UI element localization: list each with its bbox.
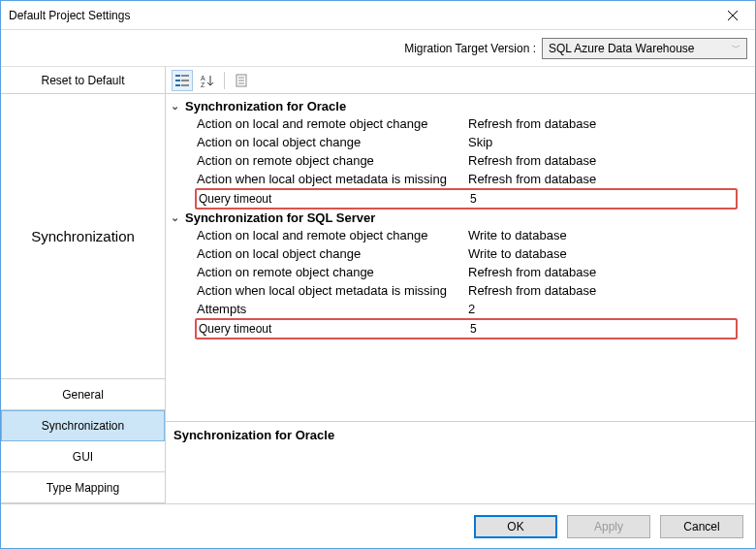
svg-rect-3 — [181, 75, 189, 77]
prop-label: Action when local object metadata is mis… — [168, 170, 468, 188]
collapse-icon: ⌄ — [168, 211, 181, 224]
migration-target-select[interactable]: SQL Azure Data Warehouse ﹀ — [542, 38, 747, 59]
categorized-icon — [175, 74, 189, 87]
ok-button[interactable]: OK — [474, 515, 557, 538]
highlight-oracle-query-timeout[interactable]: Query timeout5 — [195, 188, 738, 210]
nav-item-synchronization[interactable]: Synchronization — [1, 410, 165, 441]
prop-row[interactable]: Action on local object changeWrite to da… — [168, 244, 747, 263]
reset-to-default-button[interactable]: Reset to Default — [1, 67, 165, 94]
prop-label: Action on local and remote object change — [168, 114, 468, 133]
migration-target-value: SQL Azure Data Warehouse — [549, 42, 695, 55]
prop-label: Query timeout — [197, 190, 470, 208]
close-icon — [728, 11, 738, 20]
dialog-window: Default Project Settings Migration Targe… — [0, 0, 756, 549]
group-header-sqlserver[interactable]: ⌄ Synchronization for SQL Server — [168, 210, 747, 226]
alphabetical-button[interactable]: AZ — [197, 70, 218, 91]
body: Reset to Default Synchronization General… — [1, 67, 755, 503]
prop-value: Refresh from database — [468, 263, 747, 281]
prop-label: Query timeout — [197, 320, 470, 338]
prop-label: Action on local object change — [168, 133, 468, 151]
categorized-button[interactable] — [172, 70, 193, 91]
description-panel: Synchronization for Oracle — [166, 421, 755, 503]
window-title: Default Project Settings — [9, 9, 710, 22]
property-pages-button[interactable] — [231, 70, 252, 91]
prop-row[interactable]: Action on local and remote object change… — [168, 114, 747, 133]
property-grid-toolbar: AZ — [166, 67, 755, 94]
category-title: Synchronization — [1, 94, 165, 378]
cancel-button[interactable]: Cancel — [660, 515, 743, 538]
prop-row[interactable]: Action on local and remote object change… — [168, 226, 747, 244]
svg-rect-4 — [175, 80, 180, 81]
prop-label: Attempts — [168, 300, 468, 318]
prop-value: Write to database — [468, 244, 747, 263]
migration-target-row: Migration Target Version : SQL Azure Dat… — [1, 30, 755, 67]
prop-value: Write to database — [468, 226, 747, 244]
prop-row[interactable]: Action on remote object changeRefresh fr… — [168, 263, 747, 281]
sort-az-icon: AZ — [201, 74, 214, 87]
description-title: Synchronization for Oracle — [173, 428, 334, 442]
svg-rect-5 — [181, 80, 189, 81]
group-title: Synchronization for Oracle — [185, 99, 346, 113]
nav-item-general[interactable]: General — [1, 379, 165, 410]
nav-item-gui[interactable]: GUI — [1, 441, 165, 472]
chevron-down-icon: ﹀ — [732, 42, 740, 54]
svg-rect-2 — [175, 75, 180, 77]
svg-text:Z: Z — [201, 81, 205, 87]
group-title: Synchronization for SQL Server — [185, 210, 375, 225]
svg-rect-6 — [175, 84, 180, 86]
prop-label: Action on remote object change — [168, 263, 468, 281]
prop-value: 5 — [470, 190, 736, 208]
prop-label: Action when local object metadata is mis… — [168, 281, 468, 300]
collapse-icon: ⌄ — [168, 100, 181, 113]
pages-icon — [235, 74, 248, 87]
toolbar-divider — [224, 72, 225, 89]
close-button[interactable] — [710, 1, 755, 30]
svg-rect-7 — [181, 84, 189, 86]
dialog-footer: OK Apply Cancel — [1, 503, 755, 548]
prop-value: 2 — [468, 300, 747, 318]
svg-text:A: A — [201, 75, 205, 81]
prop-value: Refresh from database — [468, 114, 747, 133]
nav-list: General Synchronization GUI Type Mapping — [1, 378, 165, 503]
prop-label: Action on local object change — [168, 244, 468, 263]
prop-value: Refresh from database — [468, 170, 747, 188]
property-grid[interactable]: ⌄ Synchronization for Oracle Action on l… — [166, 94, 755, 421]
prop-value: 5 — [470, 320, 736, 338]
prop-value: Refresh from database — [468, 281, 747, 300]
titlebar: Default Project Settings — [1, 1, 755, 30]
prop-row[interactable]: Action when local object metadata is mis… — [168, 170, 747, 188]
prop-label: Action on local and remote object change — [168, 226, 468, 244]
migration-target-label: Migration Target Version : — [404, 42, 536, 55]
prop-row[interactable]: Action on remote object changeRefresh fr… — [168, 151, 747, 170]
prop-value: Refresh from database — [468, 151, 747, 170]
right-panel: AZ ⌄ Synchronization for Oracle — [166, 67, 755, 503]
apply-button: Apply — [567, 515, 650, 538]
prop-row[interactable]: Attempts2 — [168, 300, 747, 318]
left-panel: Reset to Default Synchronization General… — [1, 67, 166, 503]
nav-item-type-mapping[interactable]: Type Mapping — [1, 472, 165, 503]
prop-value: Skip — [468, 133, 747, 151]
highlight-sqlserver-query-timeout[interactable]: Query timeout5 — [195, 318, 738, 339]
group-header-oracle[interactable]: ⌄ Synchronization for Oracle — [168, 98, 747, 114]
prop-row[interactable]: Action on local object changeSkip — [168, 133, 747, 151]
prop-row[interactable]: Action when local object metadata is mis… — [168, 281, 747, 300]
prop-label: Action on remote object change — [168, 151, 468, 170]
